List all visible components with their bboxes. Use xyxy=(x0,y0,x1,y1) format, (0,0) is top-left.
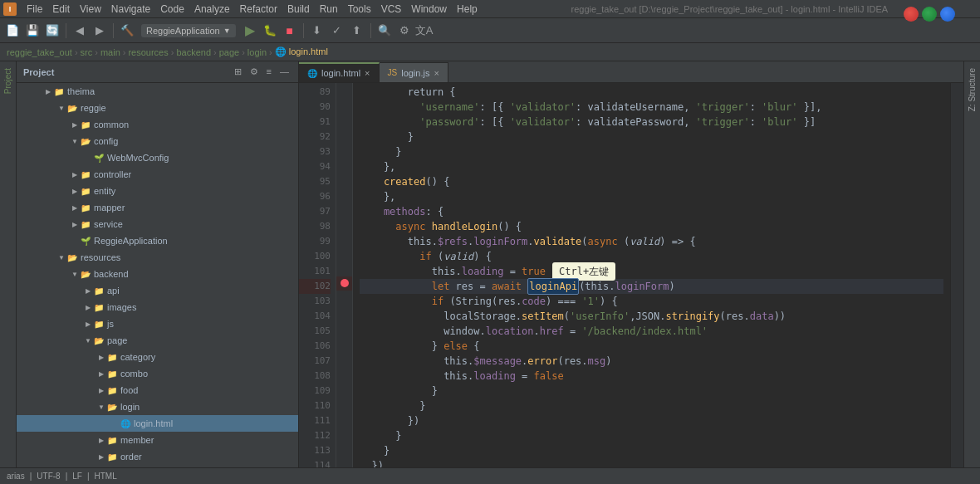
menu-file[interactable]: File xyxy=(22,2,47,17)
search-btn[interactable]: 🔍 xyxy=(375,22,394,40)
tree-label: common xyxy=(94,120,129,130)
tree-item-api[interactable]: ▶ 📁 api xyxy=(17,282,298,299)
chevron-right-icon: ▶ xyxy=(96,385,106,395)
tree-item-reggie[interactable]: ▼ 📂 reggie xyxy=(17,100,298,116)
tree-item-login-html[interactable]: ▶ 🌐 login.html xyxy=(17,415,298,432)
tree-item-webmvcconfig[interactable]: ▶ 🌱 WebMvcConfig xyxy=(17,149,298,166)
tree-item-combo[interactable]: ▶ 📁 combo xyxy=(17,365,298,382)
chevron-right-icon: ▶ xyxy=(70,120,80,130)
tree-item-js[interactable]: ▶ 📁 js xyxy=(17,315,298,332)
run-btn[interactable]: ▶ xyxy=(241,22,259,40)
tree-item-common[interactable]: ▶ 📁 common xyxy=(17,116,298,133)
tree-item-reggieapplication[interactable]: ▶ 🌱 ReggieApplication xyxy=(17,232,298,249)
chevron-right-icon: ▶ xyxy=(70,203,80,213)
menu-help[interactable]: Help xyxy=(452,2,483,17)
back-btn[interactable]: ◀ xyxy=(71,22,89,40)
breakpoint-icon[interactable] xyxy=(341,279,349,287)
menu-navigate[interactable]: Navigate xyxy=(106,2,155,17)
git-update-btn[interactable]: ⬇ xyxy=(308,22,326,40)
menu-tools[interactable]: Tools xyxy=(343,2,376,17)
folder-icon: 📁 xyxy=(80,202,91,213)
breadcrumb-src[interactable]: src xyxy=(81,47,93,57)
panel-close[interactable]: — xyxy=(277,66,292,78)
tree-item-theima[interactable]: ▶ 📁 theima xyxy=(17,83,298,100)
translate-btn[interactable]: 文A xyxy=(415,22,434,40)
tree-item-member[interactable]: ▶ 📁 member xyxy=(17,432,298,448)
git-push-btn[interactable]: ⬆ xyxy=(348,22,366,40)
tree-item-resources[interactable]: ▼ 📂 resources xyxy=(17,249,298,266)
menu-build[interactable]: Build xyxy=(282,2,315,17)
tree-label: controller xyxy=(94,169,131,179)
tree-item-login-folder[interactable]: ▼ 📂 login xyxy=(17,398,298,415)
tree-item-category[interactable]: ▶ 📁 category xyxy=(17,349,298,365)
breadcrumb-main[interactable]: main xyxy=(100,47,120,57)
code-content[interactable]: return { 'username': [{ 'validator': val… xyxy=(353,83,950,467)
tab-login-html[interactable]: 🌐 login.html × xyxy=(299,62,380,82)
tree-item-config[interactable]: ▼ 📂 config xyxy=(17,133,298,149)
chevron-right-icon: ▶ xyxy=(96,435,106,445)
run-config[interactable]: ReggieApplication ▼ xyxy=(141,24,236,37)
menu-refactor[interactable]: Refactor xyxy=(235,2,282,17)
folder-icon: 📁 xyxy=(93,318,105,330)
menu-bar: I File Edit View Navigate Code Analyze R… xyxy=(0,0,980,18)
tree-item-service[interactable]: ▶ 📁 service xyxy=(17,216,298,232)
tree-item-images[interactable]: ▶ 📁 images xyxy=(17,299,298,315)
tree-item-backend[interactable]: ▼ 📂 backend xyxy=(17,266,298,282)
tree-item-entity[interactable]: ▶ 📁 entity xyxy=(17,183,298,199)
code-line-94: }, xyxy=(360,159,943,174)
breadcrumb-backend[interactable]: backend xyxy=(176,47,211,57)
right-scrollbar-strip[interactable] xyxy=(950,83,963,467)
build-btn[interactable]: 🔨 xyxy=(118,22,136,40)
menu-vcs[interactable]: VCS xyxy=(376,2,407,17)
new-file-btn[interactable]: 📄 xyxy=(3,22,22,40)
settings-btn[interactable]: ⚙ xyxy=(395,22,414,40)
menu-view[interactable]: View xyxy=(75,2,106,17)
tab-close-login-js[interactable]: × xyxy=(434,68,439,78)
breadcrumb-page[interactable]: page xyxy=(219,47,239,57)
menu-analyze[interactable]: Analyze xyxy=(189,2,235,17)
chrome-icon-blue[interactable] xyxy=(940,7,955,22)
save-btn[interactable]: 💾 xyxy=(23,22,42,40)
sync-btn[interactable]: 🔄 xyxy=(43,22,61,40)
menu-window[interactable]: Window xyxy=(406,2,452,17)
menu-edit[interactable]: Edit xyxy=(47,2,75,17)
panel-settings[interactable]: ⚙ xyxy=(247,66,261,78)
gutter-113 xyxy=(336,438,352,453)
tab-close-login-html[interactable]: × xyxy=(365,68,370,78)
status-encoding: UTF-8 xyxy=(37,472,60,481)
tree-label: combo xyxy=(120,369,148,379)
html-icon: 🌐 xyxy=(120,418,131,429)
stop-btn[interactable]: ■ xyxy=(281,22,299,40)
menu-code[interactable]: Code xyxy=(155,2,189,17)
breadcrumb-resources[interactable]: resources xyxy=(128,47,168,57)
forward-btn[interactable]: ▶ xyxy=(91,22,109,40)
title-bar-text: reggie_take_out [D:\reggie_Project\reggi… xyxy=(483,4,977,14)
code-line-106: } else { xyxy=(360,339,943,354)
panel-collapse-all[interactable]: ⊞ xyxy=(232,66,244,78)
git-commit-btn[interactable]: ✓ xyxy=(328,22,346,40)
chevron-right-icon: ▶ xyxy=(83,319,93,329)
folder-icon: 📁 xyxy=(80,218,91,230)
panel-gear[interactable]: ≡ xyxy=(264,66,274,78)
tab-login-js[interactable]: JS login.js × xyxy=(380,62,448,82)
chevron-down-icon: ▼ xyxy=(56,103,66,113)
project-strip-label[interactable]: Project xyxy=(3,65,12,97)
tree-item-order[interactable]: ▶ 📁 order xyxy=(17,448,298,465)
breadcrumb-reggie-take-out[interactable]: reggie_take_out xyxy=(7,47,72,57)
debug-btn[interactable]: 🐛 xyxy=(261,22,279,40)
code-editor: 89 90 91 92 93 94 95 96 97 98 99 100 101… xyxy=(299,83,963,467)
chrome-icon-green[interactable] xyxy=(922,7,937,22)
tree-item-controller[interactable]: ▶ 📁 controller xyxy=(17,166,298,183)
tab-label: login.js xyxy=(401,68,429,78)
chrome-icon-red[interactable] xyxy=(904,7,919,22)
structure-strip-label[interactable]: Z: Structure xyxy=(968,65,977,115)
menu-run[interactable]: Run xyxy=(315,2,343,17)
code-line-99: this.$refs.loginForm.validate(async (val… xyxy=(360,234,943,249)
tree-item-page[interactable]: ▼ 📂 page xyxy=(17,332,298,349)
tree-item-mapper[interactable]: ▶ 📁 mapper xyxy=(17,199,298,216)
tree-item-food[interactable]: ▶ 📁 food xyxy=(17,382,298,398)
breadcrumb-login[interactable]: login xyxy=(247,47,267,57)
gutter-103 xyxy=(336,291,352,306)
gutter-112 xyxy=(336,423,352,438)
separator-4 xyxy=(370,23,371,38)
